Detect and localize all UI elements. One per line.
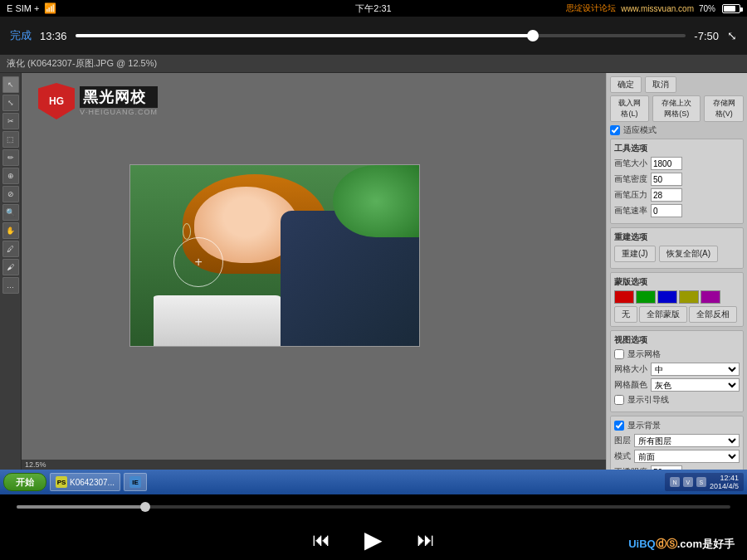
show-mesh-checkbox[interactable] (614, 349, 624, 359)
show-bg-label: 显示背景 (627, 420, 661, 431)
photo-frame: + (129, 164, 420, 347)
bg-mode-select[interactable]: 前面 (634, 450, 740, 463)
expand-icon[interactable]: ⤡ (727, 29, 737, 42)
ps-taskbar-item[interactable]: PS K0642307... (50, 473, 120, 491)
mesh-color-select[interactable]: 灰色 (651, 378, 740, 392)
tool-extra[interactable]: … (2, 277, 19, 294)
system-clock: 12:41 2014/4/5 (710, 474, 739, 490)
show-guides-label: 显示引导线 (627, 394, 669, 406)
mesh-size-row: 网格大小 中 (614, 363, 740, 376)
tool-brush[interactable]: ✏ (2, 149, 19, 166)
ps-title: 液化 (K0642307-原图.JPG @ 12.5%) (7, 57, 157, 70)
video-scrubber (0, 494, 747, 519)
canvas-scrollbar[interactable]: 12.5% (22, 460, 606, 470)
brush-density-input[interactable] (651, 173, 682, 186)
brush-size-row: 画笔大小 (614, 157, 740, 170)
brush-pressure-input[interactable] (651, 188, 682, 202)
transport-bar: 完成 13:36 -7:50 ⤡ (0, 17, 747, 55)
mask-purple-btn[interactable] (701, 290, 720, 304)
tool-zoom-in[interactable]: ⊕ (2, 168, 19, 184)
tool-pen[interactable]: 🖊 (2, 241, 19, 257)
tool-paint[interactable]: 🖌 (2, 259, 19, 275)
ps-icon: PS (56, 476, 67, 488)
tray-network-icon: N (670, 477, 680, 487)
brush-speed-label: 画笔速率 (614, 205, 647, 217)
bg-mode-row: 模式 前面 (614, 450, 740, 463)
ps-window: 液化 (K0642307-原图.JPG @ 12.5%) ↖ ⤡ ✂ ⬚ ✏ ⊕… (0, 55, 747, 470)
crosshair-overlay: + (173, 237, 223, 287)
brush-speed-input[interactable] (651, 204, 682, 217)
done-button[interactable]: 完成 (10, 28, 32, 43)
tools-section: 工具选项 画笔大小 画笔密度 画笔压力 画笔速率 (610, 139, 744, 224)
tool-marquee[interactable]: ⬚ (2, 131, 19, 148)
current-time: 13:36 (40, 30, 67, 42)
ps-body: ↖ ⤡ ✂ ⬚ ✏ ⊕ ⊘ 🔍 ✋ 🖊 🖌 … HG 黑光网校 V·HEIGUA… (0, 73, 747, 470)
bg-section: 显示背景 图层 所有图层 模式 前面 不透明度 (610, 416, 744, 470)
photo-content: + (130, 165, 419, 346)
hg-shield-letters: HG (49, 95, 64, 107)
tool-zoom-out[interactable]: ⊘ (2, 186, 19, 202)
bg-layer-select[interactable]: 所有图层 (634, 434, 740, 447)
tool-hand[interactable]: ✋ (2, 222, 19, 239)
brush-density-row: 画笔密度 (614, 173, 740, 186)
system-tray: N V S 12:41 2014/4/5 (665, 473, 744, 491)
clock-time: 12:41 (710, 474, 739, 482)
progress-fill (76, 34, 534, 37)
progress-thumb (527, 30, 539, 41)
mask-blue-btn[interactable] (657, 290, 677, 304)
show-bg-checkbox[interactable] (614, 421, 624, 431)
brush-size-label: 画笔大小 (614, 158, 647, 169)
scrub-track[interactable] (17, 505, 730, 509)
mesh-color-label: 网格颜色 (614, 379, 647, 391)
mask-red-btn[interactable] (614, 290, 634, 304)
brush-speed-row: 画笔速率 (614, 204, 740, 217)
ie-taskbar-item[interactable]: IE (124, 473, 147, 491)
forum-url: www.missvuan.com (621, 4, 694, 13)
tool-select[interactable]: ↖ (2, 76, 19, 93)
clock-date: 2014/4/5 (710, 482, 739, 490)
restore-all-button[interactable]: 恢复全部(A) (659, 246, 718, 262)
bottom-area: ⏮ ▶ ⏭ (0, 494, 747, 560)
reconstruct-button[interactable]: 重建(J) (614, 246, 656, 262)
carrier-label: E SIM + (7, 3, 39, 13)
load-mesh-button[interactable]: 载入网格(L) (610, 95, 649, 122)
show-guides-checkbox[interactable] (614, 395, 624, 405)
reconstruct-section: 重建选项 重建(J) 恢复全部(A) (610, 227, 744, 269)
show-bg-row: 显示背景 (614, 420, 740, 431)
mask-none-button[interactable]: 无 (614, 306, 637, 323)
tree-bg (333, 165, 419, 237)
progress-track[interactable] (76, 34, 686, 37)
save-mesh-button[interactable]: 存储网格(V) (704, 95, 744, 122)
show-mesh-label: 显示网格 (627, 348, 661, 360)
bg-layer-label: 图层 (614, 435, 631, 446)
brush-size-input[interactable] (651, 157, 682, 170)
adaptive-mode-checkbox[interactable] (610, 125, 620, 135)
ps-panel: 确定 取消 载入网格(L) 存储上次网格(S) 存储网格(V) 适应模式 工具选… (606, 73, 747, 470)
mask-yellow-btn[interactable] (679, 290, 699, 304)
confirm-button[interactable]: 确定 (610, 76, 642, 93)
mask-invert-button[interactable]: 全部反相 (689, 306, 737, 323)
brush-density-label: 画笔密度 (614, 173, 647, 185)
battery-icon (722, 4, 740, 13)
tool-transform[interactable]: ⤡ (2, 95, 19, 111)
reconstruct-title: 重建选项 (614, 231, 740, 243)
mesh-size-select[interactable]: 中 (651, 363, 740, 376)
tool-crop[interactable]: ✂ (2, 113, 19, 129)
mask-color-buttons (614, 290, 740, 304)
ps-toolbar: ↖ ⤡ ✂ ⬚ ✏ ⊕ ⊘ 🔍 ✋ 🖊 🖌 … (0, 73, 22, 470)
rewind-button[interactable]: ⏮ (312, 529, 330, 551)
save-last-mesh-button[interactable]: 存储上次网格(S) (652, 95, 701, 122)
panel-top-buttons: 确定 取消 (610, 76, 744, 93)
cancel-button[interactable]: 取消 (645, 76, 676, 93)
dress-shape (154, 295, 281, 346)
ps-task-label: K0642307... (70, 478, 115, 487)
taskbar: 开始 PS K0642307... IE N V S 12:41 2014/4/… (0, 470, 747, 494)
mask-all-button[interactable]: 全部蒙版 (639, 306, 687, 323)
fast-forward-button[interactable]: ⏭ (417, 529, 435, 551)
mask-green-btn[interactable] (636, 290, 656, 304)
tool-eyedrop[interactable]: 🔍 (2, 204, 19, 221)
earring (183, 223, 191, 240)
start-button[interactable]: 开始 (3, 473, 46, 491)
play-button[interactable]: ▶ (355, 522, 392, 558)
bg-opacity-input[interactable] (651, 465, 682, 470)
